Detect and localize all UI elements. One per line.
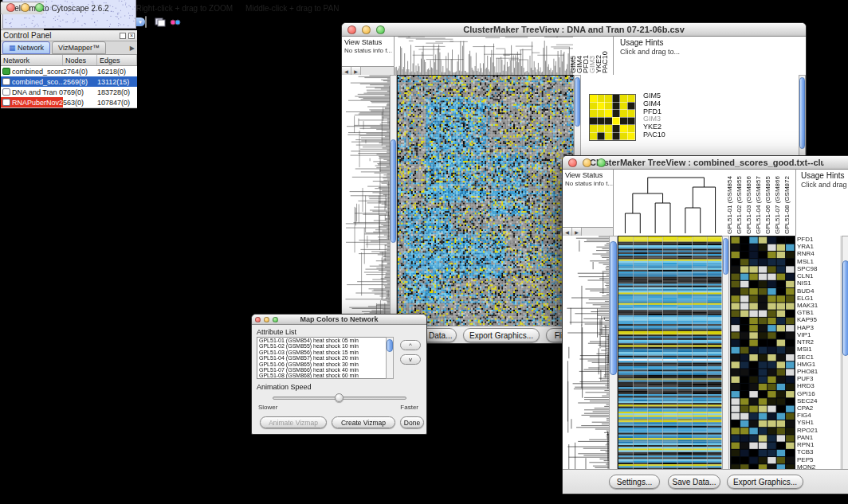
gene-label: PAN1 [795, 434, 840, 441]
gene-label: YRA1 [795, 243, 840, 250]
combined-row-dendrogram[interactable] [563, 236, 609, 471]
treeview-combined-titlebar[interactable]: ClusterMaker TreeView : combined_scores_… [563, 156, 848, 170]
attribute-list-item[interactable]: GPL51-04 (GSM857) heat shock 20 min [257, 355, 393, 361]
gene-label: HAP3 [795, 324, 840, 331]
attribute-list-item[interactable]: GPL51-08 (GSM868) heat shock 60 min [257, 373, 393, 378]
vizmap-icon[interactable] [170, 15, 181, 29]
animation-speed-label: Animation Speed [257, 383, 312, 391]
done-button[interactable]: Done [400, 416, 424, 428]
status-zoom-hint: Right-click + drag to ZOOM [136, 4, 233, 13]
dna-matrix-labels: GIM5GIM4PFD1GIM3YKE2PAC10 [640, 92, 688, 142]
export-graphics-button[interactable]: Export Graphics... [463, 328, 540, 342]
move-down-button[interactable]: v [400, 354, 421, 365]
gene-label: MAK31 [795, 302, 840, 309]
combined-mini-hscrollbar[interactable]: ◀ ▶ [563, 227, 613, 236]
scroll-thumb[interactable] [387, 339, 393, 352]
scroll-left-icon[interactable]: ◀ [342, 67, 351, 75]
combined-column-dendrogram[interactable] [614, 170, 727, 236]
slider-thumb[interactable] [335, 393, 344, 402]
zoom-button[interactable] [35, 3, 44, 12]
gene-label: TCB3 [795, 448, 840, 455]
scroll-thumb[interactable] [610, 241, 617, 375]
gene-label: FIG4 [795, 412, 840, 419]
gene-label: KAP95 [795, 316, 840, 323]
dialog-titlebar[interactable]: Map Colors to Network [252, 315, 426, 325]
table-row-selected[interactable]: combined_sco... 2569(8) 13112(15) [1, 76, 137, 87]
animate-vizmap-button[interactable]: Animate Vizmap [260, 416, 327, 428]
faster-label: Faster [400, 404, 418, 411]
settings-button[interactable]: Settings... [609, 475, 660, 489]
tab-vizmapper[interactable]: VizMapper™ [52, 41, 106, 54]
dna-dendro-vscrollbar[interactable] [390, 75, 397, 327]
table-row-alert[interactable]: RNAPuberNov2... 563(0) 107847(0) [1, 97, 137, 107]
combined-zoom-heatmap[interactable] [730, 236, 795, 472]
scroll-thumb[interactable] [723, 238, 728, 275]
zoom-button[interactable] [376, 25, 385, 34]
float-panel-icon[interactable] [120, 33, 126, 39]
window-controls [347, 25, 385, 34]
control-panel-title: Control Panel [3, 31, 52, 40]
tab-overflow-icon[interactable]: ▶ [130, 45, 135, 52]
attribute-list-item[interactable]: GPL51-01 (GSM854) heat shock 05 min [257, 338, 393, 343]
create-vizmap-button[interactable]: Create Vizmap [332, 416, 395, 428]
gene-label: BUD4 [795, 287, 840, 295]
minimize-button[interactable] [583, 158, 591, 167]
dna-similarity-matrix[interactable] [589, 94, 636, 141]
annotation-icon[interactable] [155, 15, 166, 29]
gene-label: RPN1 [795, 441, 840, 448]
export-graphics-button[interactable]: Export Graphics... [727, 475, 803, 489]
dna-heatmap[interactable] [397, 75, 575, 329]
dna-row-dendrogram[interactable] [342, 75, 390, 327]
dialog-title: Map Colors to Network [279, 315, 399, 323]
save-data-button[interactable]: Save Data... [668, 475, 720, 489]
network-icon [2, 99, 10, 106]
map-colors-dialog: Map Colors to Network Attribute List GPL… [251, 314, 427, 435]
scroll-left-icon[interactable]: ◀ [563, 228, 572, 236]
scroll-right-icon[interactable]: ▶ [351, 67, 361, 75]
gene-label: PEP5 [795, 456, 840, 463]
scroll-right-icon[interactable]: ▶ [572, 228, 582, 236]
minimize-button[interactable] [362, 25, 371, 34]
dna-mini-hscrollbar[interactable]: ◀ ▶ [342, 66, 394, 75]
combined-heatmap[interactable] [618, 236, 723, 472]
attribute-list-item[interactable]: GPL51-06 (GSM865) heat shock 30 min [257, 361, 393, 367]
close-button[interactable] [255, 317, 261, 322]
close-button[interactable] [568, 158, 577, 167]
col-network[interactable]: Network [1, 55, 63, 65]
combo-arrows-icon[interactable]: ▼ [135, 18, 145, 26]
move-up-button[interactable]: ^ [400, 340, 421, 350]
close-button[interactable] [6, 3, 15, 12]
close-button[interactable] [347, 25, 356, 34]
zoom-button[interactable] [273, 317, 278, 322]
minimize-button[interactable] [264, 317, 269, 322]
scroll-thumb[interactable] [575, 77, 580, 127]
minimize-button[interactable] [21, 3, 29, 12]
close-panel-icon[interactable]: × [128, 33, 135, 39]
combined-dendro-vscrollbar[interactable] [609, 236, 618, 471]
column-label: GPL51-08 (GSM872 [784, 170, 794, 236]
status-pan-hint: Middle-click + drag to PAN [245, 4, 339, 13]
network-table-header[interactable]: Network Nodes Edges [1, 55, 137, 66]
dna-column-dendrogram[interactable] [395, 37, 574, 75]
zoom-button[interactable] [597, 158, 606, 167]
attribute-list-scrollbar[interactable] [386, 337, 394, 379]
combined-detail-vscrollbar[interactable] [842, 236, 848, 471]
tab-network[interactable]: ▦ Network [2, 41, 50, 54]
view-status-text: No status info f... [342, 46, 394, 54]
attribute-list-item[interactable]: GPL51-02 (GSM855) heat shock 10 min [257, 343, 393, 349]
attribute-list[interactable]: GPL51-01 (GSM854) heat shock 05 minGPL51… [257, 337, 394, 379]
attribute-list-item[interactable]: GPL51-07 (GSM866) heat shock 40 min [257, 367, 393, 373]
combined-heatmap-vscrollbar[interactable] [722, 236, 729, 471]
attribute-list-item[interactable]: GPL51-03 (GSM856) heat shock 15 min [257, 350, 393, 355]
scroll-thumb[interactable] [842, 260, 848, 356]
scroll-thumb[interactable] [391, 139, 396, 243]
treeview-combined-title: ClusterMaker TreeView : combined_scores_… [590, 158, 824, 167]
col-nodes[interactable]: Nodes [63, 55, 97, 65]
network-table: combined_scores 2764(0) 16218(0) combine… [1, 66, 137, 108]
treeview-dna-titlebar[interactable]: ClusterMaker TreeView : DNA and Tran 07-… [342, 23, 806, 37]
table-row[interactable]: DNA and Tran 0... 769(0) 183728(0) [1, 87, 137, 97]
table-row[interactable]: combined_scores 2764(0) 16218(0) [1, 66, 137, 76]
scroll-thumb[interactable] [799, 77, 805, 149]
col-edges[interactable]: Edges [97, 55, 137, 65]
search-input[interactable]: ▼ [145, 16, 147, 28]
